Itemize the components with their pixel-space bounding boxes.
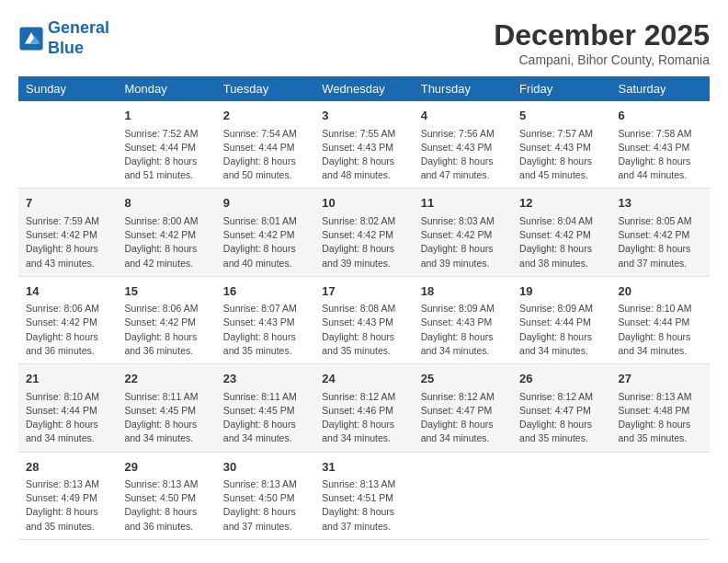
calendar-cell: 21Sunrise: 8:10 AMSunset: 4:44 PMDayligh… bbox=[18, 364, 117, 452]
day-number: 20 bbox=[619, 282, 702, 301]
calendar-cell bbox=[512, 452, 610, 539]
day-info: Sunrise: 8:12 AMSunset: 4:46 PMDaylight:… bbox=[322, 390, 405, 446]
calendar-cell: 30Sunrise: 8:13 AMSunset: 4:50 PMDayligh… bbox=[216, 452, 314, 539]
day-info: Sunrise: 8:10 AMSunset: 4:44 PMDaylight:… bbox=[26, 390, 109, 446]
day-info: Sunrise: 8:09 AMSunset: 4:44 PMDaylight:… bbox=[519, 302, 603, 358]
logo-text: General Blue bbox=[48, 18, 109, 58]
day-number: 7 bbox=[26, 194, 109, 213]
day-number: 22 bbox=[124, 370, 208, 388]
page-title: December 2025 bbox=[494, 18, 710, 52]
day-number: 11 bbox=[421, 194, 505, 213]
day-info: Sunrise: 8:05 AMSunset: 4:42 PMDaylight:… bbox=[619, 214, 702, 270]
day-number: 24 bbox=[322, 370, 405, 388]
day-info: Sunrise: 7:55 AMSunset: 4:43 PMDaylight:… bbox=[322, 127, 405, 183]
calendar-cell: 1Sunrise: 7:52 AMSunset: 4:44 PMDaylight… bbox=[117, 101, 215, 189]
day-number: 29 bbox=[124, 458, 208, 477]
page-header: General Blue December 2025 Campani, Biho… bbox=[18, 18, 710, 67]
calendar-cell: 29Sunrise: 8:13 AMSunset: 4:50 PMDayligh… bbox=[117, 452, 215, 539]
weekday-header-wednesday: Wednesday bbox=[314, 76, 413, 101]
day-info: Sunrise: 8:07 AMSunset: 4:43 PMDaylight:… bbox=[223, 302, 307, 358]
day-info: Sunrise: 8:09 AMSunset: 4:43 PMDaylight:… bbox=[421, 302, 505, 358]
day-info: Sunrise: 8:08 AMSunset: 4:43 PMDaylight:… bbox=[322, 302, 405, 358]
weekday-header-thursday: Thursday bbox=[414, 76, 512, 101]
calendar-table: SundayMondayTuesdayWednesdayThursdayFrid… bbox=[18, 76, 710, 540]
day-info: Sunrise: 8:13 AMSunset: 4:49 PMDaylight:… bbox=[26, 477, 109, 534]
calendar-cell bbox=[611, 452, 710, 539]
day-info: Sunrise: 8:01 AMSunset: 4:42 PMDaylight:… bbox=[223, 214, 307, 270]
weekday-header-saturday: Saturday bbox=[611, 76, 710, 101]
calendar-cell: 27Sunrise: 8:13 AMSunset: 4:48 PMDayligh… bbox=[611, 364, 710, 452]
week-row-5: 28Sunrise: 8:13 AMSunset: 4:49 PMDayligh… bbox=[18, 452, 710, 539]
calendar-cell: 10Sunrise: 8:02 AMSunset: 4:42 PMDayligh… bbox=[314, 189, 413, 276]
calendar-cell: 19Sunrise: 8:09 AMSunset: 4:44 PMDayligh… bbox=[512, 276, 610, 363]
day-info: Sunrise: 7:54 AMSunset: 4:44 PMDaylight:… bbox=[223, 127, 307, 183]
calendar-cell: 15Sunrise: 8:06 AMSunset: 4:42 PMDayligh… bbox=[117, 276, 215, 363]
day-number: 13 bbox=[619, 194, 702, 213]
day-number: 18 bbox=[421, 282, 505, 301]
calendar-cell: 26Sunrise: 8:12 AMSunset: 4:47 PMDayligh… bbox=[512, 364, 610, 452]
calendar-cell: 22Sunrise: 8:11 AMSunset: 4:45 PMDayligh… bbox=[117, 364, 215, 452]
calendar-cell: 23Sunrise: 8:11 AMSunset: 4:45 PMDayligh… bbox=[216, 364, 314, 452]
day-number: 3 bbox=[322, 107, 405, 125]
day-number: 19 bbox=[519, 282, 603, 301]
day-number: 23 bbox=[223, 370, 307, 388]
day-number: 6 bbox=[619, 107, 702, 125]
day-number: 1 bbox=[124, 107, 208, 125]
day-info: Sunrise: 8:12 AMSunset: 4:47 PMDaylight:… bbox=[421, 390, 505, 446]
calendar-cell: 5Sunrise: 7:57 AMSunset: 4:43 PMDaylight… bbox=[512, 101, 610, 189]
day-number: 9 bbox=[223, 194, 307, 213]
day-info: Sunrise: 8:11 AMSunset: 4:45 PMDaylight:… bbox=[223, 390, 307, 446]
weekday-header-sunday: Sunday bbox=[18, 76, 117, 101]
calendar-cell: 3Sunrise: 7:55 AMSunset: 4:43 PMDaylight… bbox=[314, 101, 413, 189]
logo: General Blue bbox=[18, 18, 109, 58]
day-number: 30 bbox=[223, 458, 307, 477]
calendar-cell bbox=[414, 452, 512, 539]
week-row-1: 1Sunrise: 7:52 AMSunset: 4:44 PMDaylight… bbox=[18, 101, 710, 189]
calendar-cell: 25Sunrise: 8:12 AMSunset: 4:47 PMDayligh… bbox=[414, 364, 512, 452]
title-block: December 2025 Campani, Bihor County, Rom… bbox=[494, 18, 710, 67]
calendar-cell: 7Sunrise: 7:59 AMSunset: 4:42 PMDaylight… bbox=[18, 189, 117, 276]
day-number: 10 bbox=[322, 194, 405, 213]
day-info: Sunrise: 8:11 AMSunset: 4:45 PMDaylight:… bbox=[124, 390, 208, 446]
week-row-4: 21Sunrise: 8:10 AMSunset: 4:44 PMDayligh… bbox=[18, 364, 710, 452]
calendar-cell: 24Sunrise: 8:12 AMSunset: 4:46 PMDayligh… bbox=[314, 364, 413, 452]
day-number: 26 bbox=[519, 370, 603, 388]
calendar-cell: 13Sunrise: 8:05 AMSunset: 4:42 PMDayligh… bbox=[611, 189, 710, 276]
calendar-cell: 6Sunrise: 7:58 AMSunset: 4:43 PMDaylight… bbox=[611, 101, 710, 189]
page-subtitle: Campani, Bihor County, Romania bbox=[494, 52, 710, 67]
calendar-cell: 17Sunrise: 8:08 AMSunset: 4:43 PMDayligh… bbox=[314, 276, 413, 363]
day-info: Sunrise: 8:13 AMSunset: 4:48 PMDaylight:… bbox=[619, 390, 702, 446]
calendar-cell: 11Sunrise: 8:03 AMSunset: 4:42 PMDayligh… bbox=[414, 189, 512, 276]
calendar-cell: 31Sunrise: 8:13 AMSunset: 4:51 PMDayligh… bbox=[314, 452, 413, 539]
day-info: Sunrise: 8:06 AMSunset: 4:42 PMDaylight:… bbox=[26, 302, 109, 358]
day-number: 28 bbox=[26, 458, 109, 477]
calendar-cell: 12Sunrise: 8:04 AMSunset: 4:42 PMDayligh… bbox=[512, 189, 610, 276]
day-number: 16 bbox=[223, 282, 307, 301]
day-info: Sunrise: 8:03 AMSunset: 4:42 PMDaylight:… bbox=[421, 214, 505, 270]
day-number: 27 bbox=[619, 370, 702, 388]
logo-icon bbox=[18, 26, 44, 52]
day-number: 12 bbox=[519, 194, 603, 213]
day-info: Sunrise: 7:58 AMSunset: 4:43 PMDaylight:… bbox=[619, 127, 702, 183]
weekday-header-row: SundayMondayTuesdayWednesdayThursdayFrid… bbox=[18, 76, 710, 101]
day-info: Sunrise: 7:52 AMSunset: 4:44 PMDaylight:… bbox=[124, 127, 208, 183]
calendar-cell: 9Sunrise: 8:01 AMSunset: 4:42 PMDaylight… bbox=[216, 189, 314, 276]
week-row-2: 7Sunrise: 7:59 AMSunset: 4:42 PMDaylight… bbox=[18, 189, 710, 276]
day-number: 4 bbox=[421, 107, 505, 125]
calendar-cell: 4Sunrise: 7:56 AMSunset: 4:43 PMDaylight… bbox=[414, 101, 512, 189]
day-number: 14 bbox=[26, 282, 109, 301]
calendar-cell: 18Sunrise: 8:09 AMSunset: 4:43 PMDayligh… bbox=[414, 276, 512, 363]
day-number: 21 bbox=[26, 370, 109, 388]
day-number: 31 bbox=[322, 458, 405, 477]
day-info: Sunrise: 8:12 AMSunset: 4:47 PMDaylight:… bbox=[519, 390, 603, 446]
calendar-cell: 14Sunrise: 8:06 AMSunset: 4:42 PMDayligh… bbox=[18, 276, 117, 363]
day-info: Sunrise: 8:13 AMSunset: 4:51 PMDaylight:… bbox=[322, 477, 405, 534]
weekday-header-tuesday: Tuesday bbox=[216, 76, 314, 101]
calendar-cell: 2Sunrise: 7:54 AMSunset: 4:44 PMDaylight… bbox=[216, 101, 314, 189]
day-number: 25 bbox=[421, 370, 505, 388]
day-info: Sunrise: 8:06 AMSunset: 4:42 PMDaylight:… bbox=[124, 302, 208, 358]
day-number: 15 bbox=[124, 282, 208, 301]
day-number: 5 bbox=[519, 107, 603, 125]
day-info: Sunrise: 8:10 AMSunset: 4:44 PMDaylight:… bbox=[619, 302, 702, 358]
calendar-cell bbox=[18, 101, 117, 189]
